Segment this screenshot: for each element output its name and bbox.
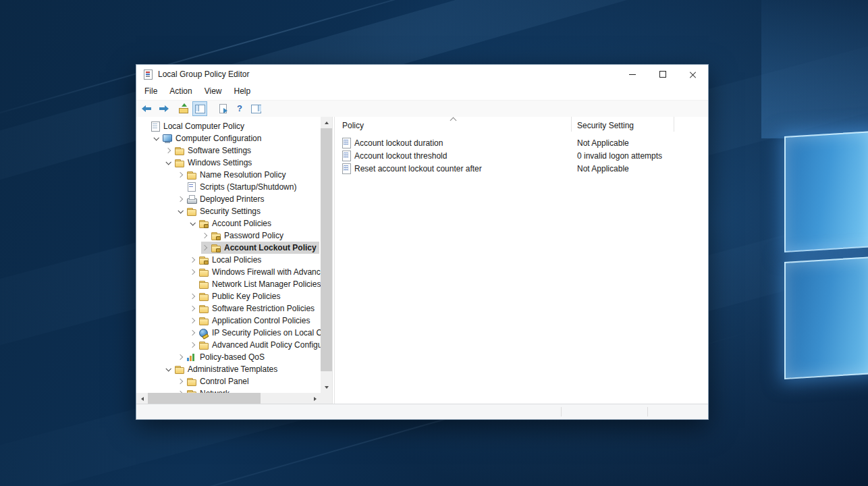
folder-lock-icon [211, 231, 221, 241]
console-content: Local Computer Policy Computer Configura… [136, 117, 708, 404]
tree-chevron-icon[interactable] [190, 269, 195, 275]
tree-item-label: Control Panel [200, 377, 249, 386]
tree-chevron-icon[interactable] [190, 257, 195, 263]
tree-chevron-icon[interactable] [165, 159, 171, 165]
tree-item-control-panel[interactable]: Control Panel [136, 375, 321, 387]
tree-horizontal-scrollbar[interactable] [136, 393, 321, 404]
security-setting-value: Not Applicable [577, 164, 629, 173]
tree-item-local-computer-policy[interactable]: Local Computer Policy [136, 120, 321, 132]
tree-item-deployed-printers[interactable]: Deployed Printers [136, 193, 321, 205]
tree-chevron-icon[interactable] [190, 330, 195, 335]
close-button[interactable] [678, 65, 708, 84]
folder-icon [186, 170, 197, 180]
window-title: Local Group Policy Editor [158, 70, 249, 79]
show-console-tree-button[interactable] [192, 101, 207, 116]
tree-item-label: Application Control Policies [212, 316, 310, 325]
tree-item-public-key-policies[interactable]: Public Key Policies [136, 290, 321, 302]
menu-view[interactable]: View [198, 84, 228, 99]
show-action-pane-button[interactable] [248, 101, 263, 116]
folder-icon [198, 292, 209, 302]
help-button[interactable] [232, 101, 247, 116]
horizontal-scroll-thumb[interactable] [148, 393, 261, 404]
forward-button[interactable] [156, 101, 171, 116]
tree-item-software-restriction-policies[interactable]: Software Restriction Policies [136, 302, 321, 315]
scroll-up-button[interactable] [321, 117, 332, 128]
tree-item-account-lockout-policy[interactable]: Account Lockout Policy [136, 242, 321, 254]
computer-icon [162, 134, 173, 144]
tree-item-label: Scripts (Startup/Shutdown) [200, 182, 296, 192]
tree-item-label: Local Policies [212, 255, 261, 265]
security-setting-value: 0 invalid logon attempts [577, 151, 662, 161]
tree-item-label: Policy-based QoS [200, 352, 265, 362]
scroll-left-button[interactable] [136, 393, 148, 404]
list-row-account-lockout-duration[interactable]: Account lockout duration Not Applicable [335, 136, 708, 149]
tree-item-network[interactable]: Network [136, 387, 321, 393]
tree-chevron-icon[interactable] [178, 354, 183, 360]
back-button[interactable] [140, 101, 155, 116]
tree-item-windows-firewall-with-advanced[interactable]: Windows Firewall with Advanced [136, 266, 321, 278]
tree-chevron-icon[interactable] [190, 342, 195, 348]
tree-item-advanced-audit-policy-configur[interactable]: Advanced Audit Policy Configur [136, 339, 321, 351]
tree-item-label: Windows Settings [188, 158, 252, 167]
tree-chevron-icon[interactable] [178, 196, 183, 202]
list-row-reset-account-lockout-counter-after[interactable]: Reset account lockout counter after Not … [335, 162, 708, 175]
scroll-up-icon [325, 122, 329, 124]
tree-item-account-policies[interactable]: Account Policies [136, 217, 321, 230]
tree-chevron-icon[interactable] [178, 172, 183, 178]
minimize-button[interactable] [617, 65, 647, 84]
tree-item-label: Computer Configuration [175, 134, 261, 143]
tree-item-label: Network List Manager Policies [212, 279, 321, 289]
tree-item-policy-based-qos[interactable]: Policy-based QoS [136, 351, 321, 363]
minimize-icon [629, 74, 636, 75]
tree-item-password-policy[interactable]: Password Policy [136, 230, 321, 242]
up-one-level-button[interactable] [176, 101, 191, 116]
tree-item-application-control-policies[interactable]: Application Control Policies [136, 315, 321, 327]
tree-item-windows-settings[interactable]: Windows Settings [136, 157, 321, 169]
tree-item-label: Software Settings [188, 146, 251, 155]
tree-item-network-list-manager-policies[interactable]: Network List Manager Policies [136, 278, 321, 290]
tree-chevron-icon[interactable] [178, 208, 183, 213]
tree-item-ip-security-policies-on-local-con[interactable]: IP Security Policies on Local Con [136, 327, 321, 339]
column-header-security-setting[interactable]: Security Setting [572, 117, 674, 132]
tree-item-security-settings[interactable]: Security Settings [136, 205, 321, 217]
tree-chevron-icon[interactable] [165, 366, 171, 371]
maximize-button[interactable] [647, 65, 678, 84]
export-list-button[interactable] [216, 101, 231, 116]
tree-chevron-icon[interactable] [190, 318, 195, 323]
menu-file[interactable]: File [138, 84, 163, 99]
tree-chevron-icon[interactable] [153, 135, 159, 140]
folder-icon [198, 279, 209, 290]
windows-logo-pane-bottom [784, 256, 868, 379]
tree-item-local-policies[interactable]: Local Policies [136, 254, 321, 266]
menu-action[interactable]: Action [163, 84, 198, 99]
scroll-down-button[interactable] [321, 381, 332, 393]
tree-chevron-icon[interactable] [190, 306, 195, 311]
tree-item-scripts-startup-shutdown[interactable]: Scripts (Startup/Shutdown) [136, 181, 321, 193]
tree-chevron-icon[interactable] [178, 379, 183, 384]
title-bar[interactable]: Local Group Policy Editor [136, 65, 708, 84]
scroll-right-button[interactable] [309, 393, 321, 404]
menu-help[interactable]: Help [228, 84, 257, 99]
vertical-scroll-thumb[interactable] [321, 128, 332, 371]
list-row-account-lockout-threshold[interactable]: Account lockout threshold 0 invalid logo… [335, 149, 708, 162]
tree-chevron-icon[interactable] [190, 294, 195, 299]
folder-icon [186, 207, 197, 217]
policy-document-icon [342, 151, 351, 161]
policy-list-pane: Policy Security Setting Account lockout … [334, 117, 708, 404]
status-bar-divider [561, 407, 562, 416]
tree-item-administrative-templates[interactable]: Administrative Templates [136, 363, 321, 375]
tree-view: Local Computer Policy Computer Configura… [136, 117, 321, 393]
tree-item-computer-configuration[interactable]: Computer Configuration [136, 132, 321, 144]
tree-chevron-icon[interactable] [202, 233, 207, 238]
tree-vertical-scrollbar[interactable] [321, 117, 332, 393]
tree-chevron-icon[interactable] [190, 220, 195, 225]
tree-chevron-icon[interactable] [165, 148, 171, 153]
tree-item-label: Deployed Printers [200, 194, 264, 204]
tree-item-label: Password Policy [224, 231, 283, 240]
qos-icon [186, 352, 197, 362]
tree-item-software-settings[interactable]: Software Settings [136, 144, 321, 157]
tree-item-name-resolution-policy[interactable]: Name Resolution Policy [136, 169, 321, 181]
toolbar [136, 101, 708, 117]
tree-item-label: Name Resolution Policy [200, 170, 286, 180]
tree-chevron-icon[interactable] [202, 245, 207, 250]
